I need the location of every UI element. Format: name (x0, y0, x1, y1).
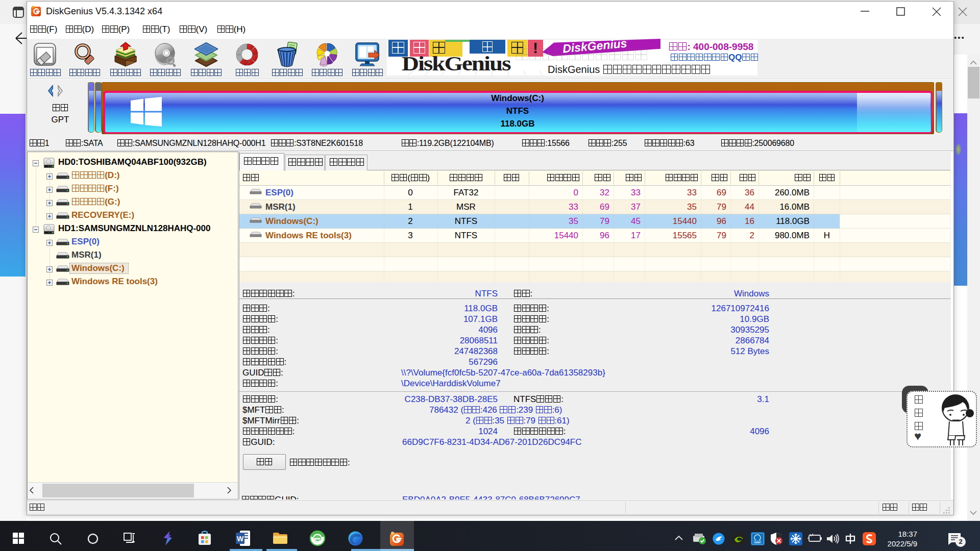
svg-text:intel: intel (754, 541, 760, 544)
svg-text:W: W (237, 535, 244, 543)
